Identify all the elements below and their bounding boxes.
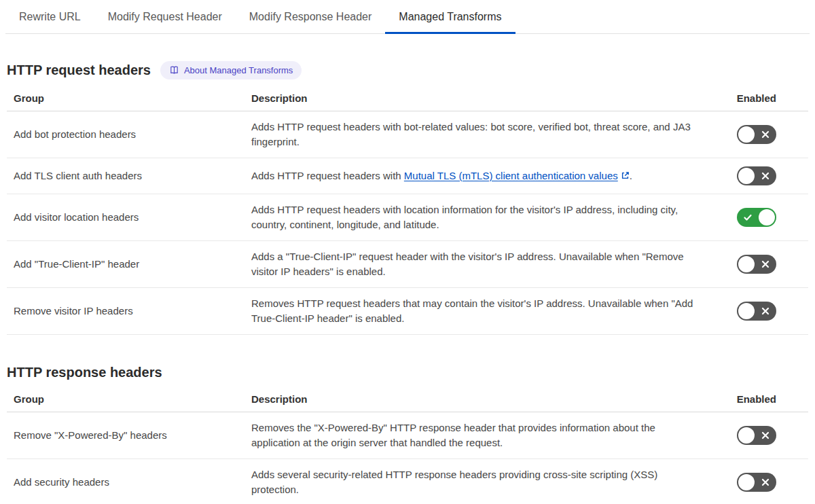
table-header-row: Group Description Enabled bbox=[7, 389, 808, 412]
enabled-cell bbox=[717, 194, 808, 241]
external-link-icon bbox=[621, 169, 630, 184]
response-headers-table: Group Description Enabled Remove "X-Powe… bbox=[7, 389, 808, 504]
description-cell: Adds HTTP request headers with location … bbox=[244, 194, 717, 241]
x-icon bbox=[761, 130, 770, 139]
request-headers-table: Group Description Enabled Add bot protec… bbox=[7, 88, 808, 335]
column-header-group: Group bbox=[7, 88, 244, 111]
group-cell: Remove "X-Powered-By" headers bbox=[7, 412, 244, 459]
description-cell: Removes HTTP request headers that may co… bbox=[244, 288, 717, 335]
group-cell: Add visitor location headers bbox=[7, 194, 244, 241]
tab-modify-response-header[interactable]: Modify Response Header bbox=[236, 0, 386, 33]
group-cell: Add security headers bbox=[7, 459, 244, 504]
description-cell: Adds HTTP request headers with bot-relat… bbox=[244, 111, 717, 158]
tab-modify-request-header[interactable]: Modify Request Header bbox=[94, 0, 236, 33]
enabled-cell bbox=[717, 241, 808, 288]
about-managed-transforms-link[interactable]: About Managed Transforms bbox=[160, 61, 302, 79]
response-section-header: HTTP response headers bbox=[7, 365, 808, 380]
section-title: HTTP request headers bbox=[7, 62, 151, 78]
description-cell: Adds HTTP request headers with Mutual TL… bbox=[244, 158, 717, 194]
enabled-cell bbox=[717, 288, 808, 335]
toggle-remove-x-powered-by-headers[interactable] bbox=[737, 426, 776, 445]
group-cell: Add "True-Client-IP" header bbox=[7, 241, 244, 288]
tab-bar: Rewrite URLModify Request HeaderModify R… bbox=[5, 0, 810, 34]
x-icon bbox=[761, 306, 770, 316]
table-row: Add security headersAdds several securit… bbox=[7, 459, 808, 504]
toggle-add-visitor-location-headers[interactable] bbox=[737, 208, 776, 227]
x-icon bbox=[761, 431, 770, 440]
column-header-description: Description bbox=[244, 88, 717, 111]
toggle-remove-visitor-ip-headers[interactable] bbox=[737, 302, 776, 321]
column-header-enabled: Enabled bbox=[717, 389, 808, 412]
description-cell: Removes the "X-Powered-By" HTTP response… bbox=[244, 412, 717, 459]
table-row: Remove visitor IP headersRemoves HTTP re… bbox=[7, 288, 808, 335]
toggle-knob bbox=[738, 427, 755, 444]
toggle-knob bbox=[738, 474, 755, 490]
toggle-add-tls-client-auth-headers[interactable] bbox=[737, 166, 776, 185]
column-header-group: Group bbox=[7, 389, 244, 412]
toggle-knob bbox=[738, 256, 755, 272]
enabled-cell bbox=[717, 459, 808, 504]
enabled-cell bbox=[717, 412, 808, 459]
book-icon bbox=[169, 65, 179, 75]
table-row: Add bot protection headersAdds HTTP requ… bbox=[7, 111, 808, 158]
x-icon bbox=[761, 171, 770, 181]
table-row: Add visitor location headersAdds HTTP re… bbox=[7, 194, 808, 241]
toggle-add-true-client-ip-header[interactable] bbox=[737, 255, 776, 274]
http-response-headers-section: HTTP response headers Group Description … bbox=[7, 365, 808, 504]
group-cell: Remove visitor IP headers bbox=[7, 288, 244, 335]
column-header-description: Description bbox=[244, 389, 717, 412]
section-title: HTTP response headers bbox=[7, 365, 162, 380]
toggle-knob bbox=[738, 168, 755, 184]
description-cell: Adds several security-related HTTP respo… bbox=[244, 459, 717, 504]
about-link-label: About Managed Transforms bbox=[184, 66, 293, 75]
table-row: Add TLS client auth headersAdds HTTP req… bbox=[7, 158, 808, 194]
table-row: Remove "X-Powered-By" headersRemoves the… bbox=[7, 412, 808, 459]
column-header-enabled: Enabled bbox=[717, 88, 808, 111]
group-cell: Add TLS client auth headers bbox=[7, 158, 244, 194]
http-request-headers-section: HTTP request headers About Managed Trans… bbox=[7, 61, 808, 335]
enabled-cell bbox=[717, 158, 808, 194]
group-cell: Add bot protection headers bbox=[7, 111, 244, 158]
toggle-add-security-headers[interactable] bbox=[737, 473, 776, 492]
toggle-add-bot-protection-headers[interactable] bbox=[737, 125, 776, 144]
toggle-knob bbox=[738, 303, 755, 319]
description-link[interactable]: Mutual TLS (mTLS) client authentication … bbox=[404, 170, 618, 181]
tab-managed-transforms[interactable]: Managed Transforms bbox=[385, 0, 515, 33]
table-header-row: Group Description Enabled bbox=[7, 88, 808, 111]
toggle-knob bbox=[738, 126, 755, 143]
table-row: Add "True-Client-IP" headerAdds a "True-… bbox=[7, 241, 808, 288]
request-section-header: HTTP request headers About Managed Trans… bbox=[7, 61, 808, 79]
content-area: HTTP request headers About Managed Trans… bbox=[0, 61, 815, 504]
toggle-knob bbox=[759, 209, 775, 226]
check-icon bbox=[743, 213, 753, 222]
description-cell: Adds a "True-Client-IP" request header w… bbox=[244, 241, 717, 288]
managed-transforms-page: Rewrite URLModify Request HeaderModify R… bbox=[0, 0, 815, 504]
tab-rewrite-url[interactable]: Rewrite URL bbox=[5, 0, 94, 33]
x-icon bbox=[761, 259, 770, 269]
enabled-cell bbox=[717, 111, 808, 158]
x-icon bbox=[761, 478, 770, 487]
